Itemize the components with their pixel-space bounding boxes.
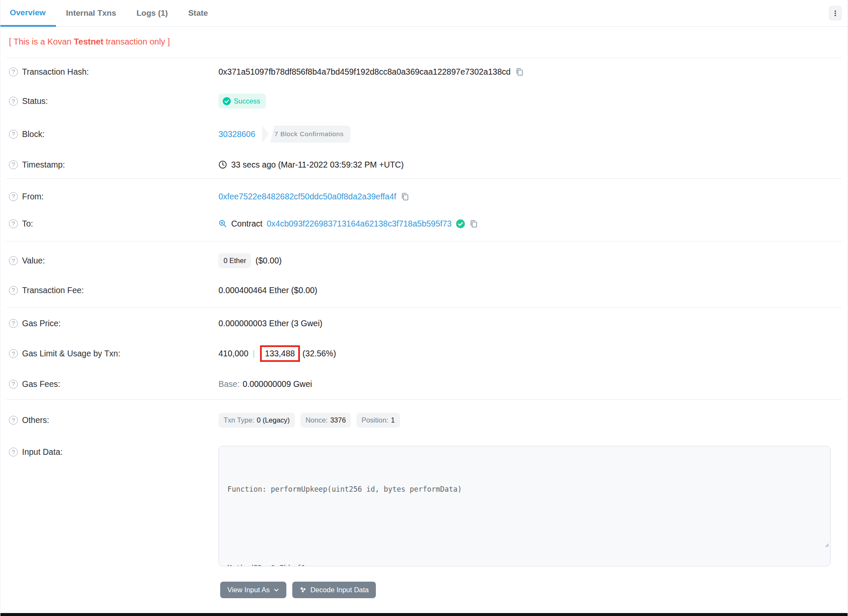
help-icon[interactable]: ? [9, 319, 18, 328]
badge-value: 1 [391, 416, 395, 424]
confirmations-text: 7 Block Confirmations [270, 126, 350, 143]
to-kind-label: Contract [231, 219, 263, 229]
help-icon[interactable]: ? [9, 160, 18, 169]
row-label: Gas Price: [22, 319, 61, 328]
testnet-notice: [ This is a Kovan Testnet transaction on… [0, 27, 848, 58]
tab-logs[interactable]: Logs (1) [126, 0, 178, 26]
row-gas-fees: ? Gas Fees: Base: 0.000000009 Gwei [0, 370, 848, 398]
block-confirmations-badge: 7 Block Confirmations [262, 126, 350, 143]
help-icon[interactable]: ? [9, 97, 18, 106]
gas-price-value: 0.000000003 Ether (3 Gwei) [218, 319, 322, 328]
badge-value: 3376 [330, 416, 346, 424]
block-number-link[interactable]: 30328606 [218, 129, 255, 139]
row-label: To: [22, 219, 33, 229]
badge-key: Nonce: [305, 416, 327, 424]
to-address-link[interactable]: 0x4cb093f226983713164a62138c3f718a5b595f… [267, 219, 452, 229]
copy-icon[interactable] [469, 219, 478, 228]
tab-bar: Overview Internal Txns Logs (1) State ⋮ [0, 0, 848, 27]
badge-value: 0 (Legacy) [257, 416, 290, 424]
row-timestamp: ? Timestamp: 33 secs ago (Mar-11-2022 03… [0, 151, 848, 178]
help-icon[interactable]: ? [9, 380, 18, 389]
help-icon[interactable]: ? [9, 67, 18, 76]
copy-icon[interactable] [400, 192, 409, 201]
row-label: Gas Limit & Usage by Txn: [22, 349, 120, 358]
status-badge: Success [218, 94, 266, 109]
input-function-line: Function: performUpkeep(uint256 id, byte… [227, 483, 822, 496]
help-icon[interactable]: ? [9, 219, 18, 228]
row-gas-price: ? Gas Price: 0.000000003 Ether (3 Gwei) [0, 310, 848, 337]
view-input-as-label: View Input As [227, 586, 270, 594]
notice-bold: Testnet [74, 37, 104, 46]
pipe-separator: | [250, 349, 257, 358]
transaction-hash-value: 0x371a51097fb78df856f8b4a7bd459f192d8cc8… [218, 67, 511, 77]
base-fee-label: Base: [218, 379, 240, 389]
row-to: ? To: Contract 0x4cb093f226983713164a621… [0, 210, 848, 237]
badge-key: Txn Type: [224, 416, 254, 424]
row-value: ? Value: 0 Ether ($0.00) [0, 245, 848, 277]
from-address-link[interactable]: 0xfee7522e8482682cf50ddc50a0f8da2a39effa… [218, 192, 396, 202]
nonce-badge: Nonce: 3376 [300, 413, 351, 428]
help-icon[interactable]: ? [9, 416, 18, 425]
zoom-in-icon[interactable] [218, 219, 227, 228]
tab-state[interactable]: State [178, 0, 218, 26]
usd-value: ($0.00) [255, 256, 282, 266]
help-icon[interactable]: ? [9, 349, 18, 358]
row-transaction-hash: ? Transaction Hash: 0x371a51097fb78df856… [0, 58, 848, 85]
row-label: Timestamp: [22, 160, 65, 170]
more-options-button[interactable]: ⋮ [829, 6, 842, 20]
gas-used-percent: (32.56%) [302, 349, 336, 358]
row-label: Status: [22, 96, 48, 106]
timestamp-value: 33 secs ago (Mar-11-2022 03:59:32 PM +UT… [231, 160, 404, 170]
tag-chevron-icon [262, 126, 269, 143]
window-bottom-edge [0, 613, 848, 616]
input-data-textarea[interactable]: Function: performUpkeep(uint256 id, byte… [218, 446, 831, 566]
help-icon[interactable]: ? [9, 286, 18, 295]
gas-used-value: 133,488 [265, 349, 295, 358]
position-badge: Position: 1 [356, 413, 400, 428]
row-from: ? From: 0xfee7522e8482682cf50ddc50a0f8da… [0, 183, 848, 210]
ether-value-badge: 0 Ether [218, 253, 251, 268]
input-data-actions: View Input As Decode Input Data [220, 582, 848, 611]
row-gas-limit-usage: ? Gas Limit & Usage by Txn: 410,000 | 13… [0, 337, 848, 370]
copy-icon[interactable] [515, 67, 524, 76]
resize-grip-icon[interactable] [780, 525, 829, 565]
row-label: Gas Fees: [22, 379, 60, 389]
notice-suffix: transaction only ] [104, 37, 170, 46]
base-fee-value: 0.000000009 Gwei [243, 379, 312, 389]
row-label: Transaction Hash: [22, 67, 89, 77]
verified-check-icon [456, 219, 465, 228]
decode-label: Decode Input Data [311, 586, 369, 594]
row-others: ? Others: Txn Type: 0 (Legacy) Nonce: 33… [0, 404, 848, 436]
transaction-fee-value: 0.000400464 Ether ($0.00) [218, 286, 317, 295]
help-icon[interactable]: ? [9, 448, 18, 456]
row-label: Input Data: [22, 447, 62, 457]
row-label: From: [22, 192, 44, 202]
kebab-icon: ⋮ [832, 10, 839, 17]
help-icon[interactable]: ? [9, 130, 18, 139]
input-methodid-line: MethodID: 0x7bbaf1ea [227, 562, 822, 566]
help-icon[interactable]: ? [9, 256, 18, 265]
decode-input-data-button[interactable]: Decode Input Data [292, 582, 376, 598]
annotation-highlight-box: 133,488 [260, 345, 300, 362]
tab-overview[interactable]: Overview [0, 0, 56, 27]
notice-prefix: [ This is a Kovan [9, 37, 74, 46]
row-transaction-fee: ? Transaction Fee: 0.000400464 Ether ($0… [0, 277, 848, 304]
row-input-data: ? Input Data: Function: performUpkeep(ui… [0, 436, 848, 575]
txn-type-badge: Txn Type: 0 (Legacy) [218, 413, 295, 428]
view-input-as-button[interactable]: View Input As [220, 582, 286, 598]
chevron-down-icon [274, 587, 279, 593]
transaction-details-page: Overview Internal Txns Logs (1) State ⋮ … [0, 0, 848, 616]
gas-limit-value: 410,000 [218, 349, 249, 358]
status-text: Success [234, 97, 260, 105]
row-status: ? Status: Success [0, 85, 848, 117]
decode-icon [299, 586, 307, 594]
check-circle-icon [223, 97, 231, 105]
row-label: Block: [22, 129, 45, 139]
row-block: ? Block: 30328606 7 Block Confirmations [0, 117, 848, 151]
clock-icon [218, 160, 227, 169]
row-label: Value: [22, 256, 45, 266]
tab-internal-txns[interactable]: Internal Txns [56, 0, 126, 26]
badge-key: Position: [361, 416, 388, 424]
row-label: Others: [22, 415, 49, 425]
help-icon[interactable]: ? [9, 192, 18, 201]
